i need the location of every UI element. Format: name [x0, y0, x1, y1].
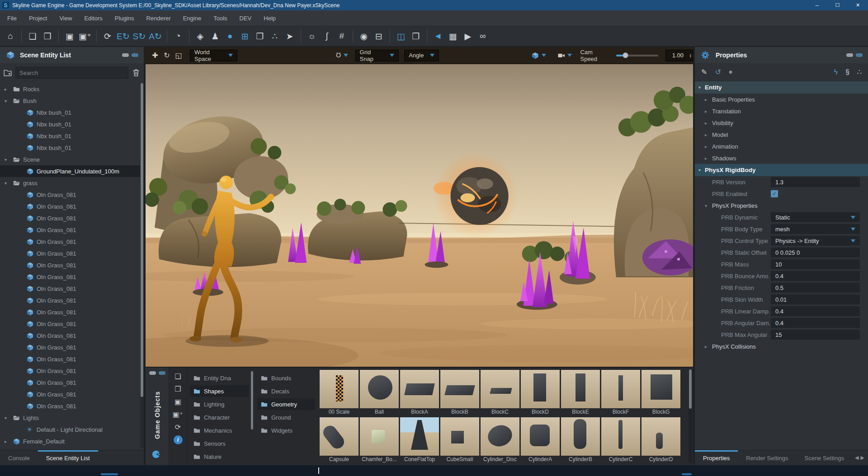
scene-reload-icon[interactable]: E↻ — [117, 29, 130, 43]
property-value-field[interactable]: 15 — [771, 330, 860, 340]
grid-snap-icon[interactable]: # — [336, 29, 348, 43]
film-icon[interactable]: ▦ — [447, 29, 459, 43]
angle-dropdown[interactable]: Angle — [404, 50, 439, 61]
tree-item[interactable]: Oln Grass_081 — [0, 400, 141, 412]
asset-category-item[interactable]: Lighting — [190, 398, 249, 410]
tree-item[interactable]: Oln Grass_081 — [0, 189, 141, 201]
tree-item[interactable]: Nbx bush_01 — [0, 107, 141, 118]
snap-magnet-icon[interactable]: Ω — [336, 51, 341, 59]
prb-enabled-checkbox[interactable]: ✓ — [771, 190, 778, 197]
scale-tool-icon[interactable]: ◱ — [173, 51, 184, 60]
save-icon[interactable]: ▣ — [64, 29, 75, 43]
asset-subfolder-item[interactable]: Bounds — [257, 372, 315, 384]
tree-item[interactable]: Oln Grass_081 — [0, 201, 141, 212]
asset-tile[interactable]: ConeFlatTop — [400, 417, 439, 463]
tree-item[interactable]: Oln Grass_081 — [0, 341, 141, 353]
tree-item[interactable]: Oln Grass_081 — [0, 306, 141, 318]
tree-item[interactable]: ▾ grass — [0, 177, 141, 189]
spinner-arrows-icon[interactable]: ▴▾ — [689, 53, 693, 58]
asset-subfolder-item[interactable]: Ground — [257, 411, 315, 423]
rotate-tool-icon[interactable]: ↻ — [161, 51, 173, 60]
asset-tile[interactable]: BlockC — [481, 370, 519, 416]
visibility-eye-icon[interactable]: ◉ — [358, 29, 370, 43]
tree-item[interactable]: Oln Grass_081 — [0, 330, 141, 341]
tree-item[interactable]: Oln Grass_081 — [0, 365, 141, 377]
asset-grid-scrollbar[interactable] — [689, 369, 692, 463]
render-mode-cube-icon[interactable] — [532, 52, 539, 59]
asset-tile[interactable]: CubeSmall — [440, 417, 479, 463]
tree-scrollbar[interactable] — [140, 83, 144, 448]
asset-tile[interactable]: BlockG — [642, 370, 680, 416]
asset-category-item[interactable]: Character — [190, 411, 249, 423]
open-folder-icon[interactable]: ❒ — [42, 29, 53, 43]
focus-frame-icon[interactable]: ⌖ — [729, 68, 733, 76]
asset-save-button[interactable]: ▣ — [175, 397, 181, 406]
asset-tile[interactable]: Ball — [360, 370, 399, 416]
water-icon[interactable]: ● — [224, 29, 236, 43]
door-character-icon[interactable]: ◫ — [395, 29, 407, 43]
home-icon[interactable]: ⌂ — [5, 29, 16, 43]
category-scrollbar[interactable] — [250, 371, 254, 461]
tree-item[interactable]: Oln Grass_081 — [0, 294, 141, 306]
tree-item[interactable]: Nbx bush_01 — [0, 118, 141, 130]
window-frame-icon[interactable]: ❐ — [410, 29, 422, 43]
panel-dot-icon[interactable] — [846, 53, 853, 57]
chevron-down-icon[interactable] — [567, 54, 572, 57]
tree-chevron-icon[interactable]: ▾ — [5, 181, 10, 186]
tree-item[interactable]: Oln Grass_081 — [0, 388, 141, 400]
asset-subfolder-item[interactable]: Decals — [257, 385, 315, 397]
entity-cube-icon[interactable]: ◈ — [194, 29, 206, 43]
property-value-field[interactable]: mesh — [771, 224, 860, 234]
property-value-field[interactable]: 0 0.025 0 — [771, 247, 860, 257]
property-value-field[interactable]: 0.4 — [771, 306, 860, 316]
menu-item[interactable]: Project — [29, 15, 47, 22]
panel-toggle-dots[interactable] — [122, 53, 138, 57]
edit-pencil-icon[interactable]: ✎ — [701, 68, 707, 76]
tree-chevron-icon[interactable]: ▾ — [5, 157, 10, 162]
panel-toggle-dots[interactable] — [149, 371, 165, 375]
asset-subfolder-item[interactable]: Widgets — [257, 425, 315, 436]
reset-icon[interactable]: ↺ — [715, 68, 721, 76]
coordinate-space-dropdown[interactable]: World Space — [190, 50, 237, 61]
right-panel-tab[interactable]: Properties — [695, 450, 738, 465]
menu-item[interactable]: Editors — [84, 15, 102, 22]
game-objects-icon[interactable] — [152, 450, 160, 458]
menu-item[interactable]: View — [59, 15, 72, 22]
menu-item[interactable]: Help — [264, 15, 276, 22]
tree-chevron-icon[interactable]: ▾ — [5, 98, 10, 103]
panel-dot-icon[interactable] — [856, 53, 863, 57]
asset-save-plus-button[interactable]: ▣⁺ — [173, 410, 184, 419]
asset-reload-icon[interactable]: A↻ — [149, 29, 162, 43]
cam-speed-spinbox[interactable]: 1.00 ▴▾ — [665, 50, 693, 61]
tree-item[interactable]: ▾ Bush — [0, 95, 141, 107]
asset-tile[interactable]: BlockF — [601, 370, 640, 416]
asset-tile[interactable]: CylinderA — [521, 417, 560, 463]
physx-collisions-subheader[interactable]: ▸ PhysX Collisions — [695, 341, 868, 352]
tree-item[interactable]: Nbx bush_01 — [0, 130, 141, 142]
tab-scroll-arrows[interactable]: ◀▶ — [855, 450, 868, 465]
node-editor-icon[interactable]: ∴ — [269, 29, 281, 43]
script-reload-icon[interactable]: S↻ — [133, 29, 146, 43]
tree-item[interactable]: Oln Grass_081 — [0, 224, 141, 236]
property-group-row[interactable]: ▸ Animation — [695, 140, 868, 152]
info-icon[interactable]: i — [174, 435, 183, 444]
physx-rigidbody-header[interactable]: ▾ PhysX RigidBody — [695, 164, 868, 176]
chevron-down-icon[interactable] — [344, 54, 348, 57]
menu-item[interactable]: Engine — [183, 15, 201, 22]
left-panel-tab[interactable]: Console — [0, 450, 38, 465]
terrain-grid-icon[interactable]: ⊞ — [239, 29, 251, 43]
viewport[interactable]: ✚ ↻ ◱ World Space Ω Grid Snap Angle — [146, 47, 693, 465]
tree-item[interactable]: GroundPlane_Undulated_100m — [0, 165, 141, 177]
asset-subfolder-item[interactable]: Geometry — [257, 398, 315, 410]
physx-properties-subheader[interactable]: ▾ PhysX Properties — [695, 200, 868, 211]
property-value-field[interactable]: 0.4 — [771, 271, 860, 281]
asset-tile[interactable]: Cylinder_Disc — [481, 417, 519, 463]
property-value-field[interactable]: 0.4 — [771, 318, 860, 328]
panel-dot-icon[interactable] — [132, 53, 138, 57]
asset-new-file-button[interactable]: ❏ — [175, 372, 181, 381]
tree-item[interactable]: ▸ Female_Default — [0, 435, 141, 447]
lightning-icon[interactable]: ϟ — [834, 68, 837, 76]
play-icon[interactable]: ▶ — [462, 29, 474, 43]
pointer-tool-icon[interactable]: ➤ — [284, 29, 296, 43]
game-objects-tab[interactable]: Game Objects — [154, 391, 161, 439]
